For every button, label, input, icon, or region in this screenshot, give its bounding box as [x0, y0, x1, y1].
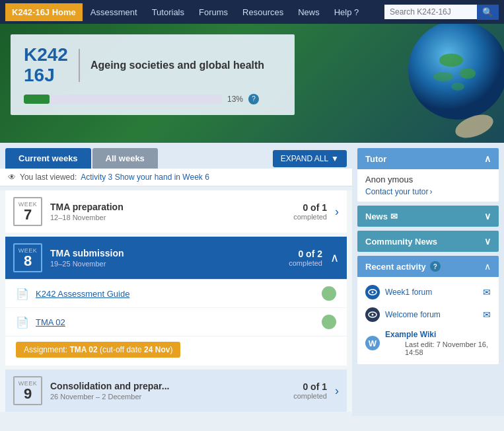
week1-forum-link[interactable]: Week1 forum — [385, 288, 478, 297]
document-icon-2: 📄 — [16, 316, 29, 329]
svg-point-0 — [408, 24, 504, 120]
course-code: K242 16J — [24, 45, 68, 86]
week-8-info: TMA submission 19–25 November — [50, 248, 289, 268]
search-button[interactable]: 🔍 — [477, 5, 499, 20]
last-viewed-prefix: You last viewed: — [20, 173, 77, 182]
week-8-header[interactable]: WEEK 8 TMA submission 19–25 November 0 o… — [5, 237, 347, 279]
week-item-7: WEEK 7 TMA preparation 12–18 November 0 … — [5, 190, 347, 233]
welcome-forum-envelope: ✉ — [483, 309, 491, 320]
recent-item-wiki: W Example Wiki Last edit: 7 November 16,… — [357, 326, 499, 360]
week-item-8: WEEK 8 TMA submission 19–25 November 0 o… — [5, 237, 347, 366]
completion-circle-1 — [322, 286, 336, 301]
svg-point-7 — [372, 292, 374, 294]
nav-resources[interactable]: Resources — [236, 3, 290, 21]
week-7-progress: 0 of 1 completed — [293, 202, 327, 221]
hero-section: K242 16J Ageing societies and global hea… — [0, 24, 504, 143]
assignment-badge: Assignment: TMA 02 (cut-off date 24 Nov) — [16, 342, 180, 358]
tutor-body: Anon ymous Contact your tutor › — [357, 169, 499, 202]
week-8-sub-items: 📄 K242 Assessment Guide 📄 TMA 02 Assignm… — [5, 279, 347, 366]
recent-help-icon[interactable]: ? — [430, 261, 441, 272]
week-9-progress: 0 of 1 completed — [293, 381, 327, 400]
week-7-dates: 12–18 November — [50, 214, 293, 221]
globe-decoration — [372, 24, 504, 143]
right-sidebar: Tutor ∧ Anon ymous Contact your tutor › … — [352, 143, 504, 416]
community-news-section: Community News ∨ — [357, 231, 499, 252]
week-8-badge: WEEK 8 — [13, 243, 42, 272]
recent-activity-label: Recent activity — [365, 262, 426, 272]
progress-row: 13% ? — [24, 94, 281, 104]
week-7-info: TMA preparation 12–18 November — [50, 202, 293, 221]
progress-fill — [24, 95, 50, 104]
week-7-title: TMA preparation — [50, 202, 293, 212]
sub-item-k242-guide: 📄 K242 Assessment Guide — [5, 280, 347, 308]
hero-divider — [79, 49, 80, 82]
welcome-forum-icon — [365, 307, 380, 322]
week-9-info: Consolidation and prepar... 26 November … — [50, 381, 293, 401]
svg-point-9 — [372, 314, 374, 316]
news-section: News ✉ ∨ — [357, 206, 499, 227]
week1-forum-icon — [365, 285, 380, 299]
weeks-list: WEEK 7 TMA preparation 12–18 November 0 … — [0, 190, 352, 412]
last-viewed-bar: 👁 You last viewed: Activity 3 Show your … — [0, 169, 352, 186]
community-news-header[interactable]: Community News ∨ — [357, 231, 499, 252]
tab-all-weeks[interactable]: All weeks — [92, 148, 158, 169]
week-9-chevron: › — [335, 384, 339, 398]
nav-tutorials[interactable]: Tutorials — [145, 3, 191, 21]
sub-item-tma02: 📄 TMA 02 — [5, 308, 347, 336]
week-8-progress: 0 of 2 completed — [289, 249, 322, 267]
wiki-link[interactable]: Example Wiki — [385, 330, 491, 339]
tab-current-weeks[interactable]: Current weeks — [5, 148, 91, 169]
expand-all-button[interactable]: EXPAND ALL ▼ — [273, 150, 347, 167]
nav-forums[interactable]: Forums — [192, 3, 234, 21]
k242-guide-link[interactable]: K242 Assessment Guide — [36, 289, 315, 299]
main-layout: Current weeks All weeks EXPAND ALL ▼ 👁 Y… — [0, 143, 504, 416]
tutor-chevron: ∧ — [484, 153, 491, 164]
welcome-forum-link[interactable]: Welcome forum — [385, 310, 478, 319]
nav-help[interactable]: Help ? — [328, 3, 366, 21]
community-news-label: Community News — [365, 237, 437, 247]
svg-point-4 — [451, 83, 464, 91]
community-news-chevron: ∨ — [484, 236, 491, 247]
nav-home[interactable]: K242-16J Home — [5, 3, 83, 21]
recent-item-welcome-forum: Welcome forum ✉ — [357, 303, 499, 326]
tutor-name: Anon ymous — [365, 175, 491, 184]
nav-bar: K242-16J Home Assessment Tutorials Forum… — [0, 0, 504, 24]
recent-activity-section: Recent activity ? ∧ Week1 forum ✉ — [357, 256, 499, 364]
contact-tutor-link[interactable]: Contact your tutor › — [365, 187, 491, 196]
wiki-icon: W — [365, 336, 380, 350]
progress-help-icon[interactable]: ? — [248, 94, 259, 104]
progress-percent: 13% — [227, 95, 243, 104]
nav-news[interactable]: News — [291, 3, 326, 21]
news-header[interactable]: News ✉ ∨ — [357, 206, 499, 227]
chevron-down-icon: ▼ — [331, 154, 339, 163]
course-title: Ageing societies and global health — [90, 59, 264, 71]
tutor-header[interactable]: Tutor ∧ — [357, 148, 499, 169]
progress-bar — [24, 95, 222, 104]
chevron-right-icon: › — [429, 187, 432, 196]
tabs-row: Current weeks All weeks EXPAND ALL ▼ — [0, 143, 352, 169]
last-viewed-link[interactable]: Activity 3 Show your hand in Week 6 — [81, 173, 209, 182]
week-7-badge: WEEK 7 — [13, 197, 42, 226]
svg-point-2 — [460, 68, 476, 79]
news-label: News ✉ — [365, 212, 398, 221]
recent-activity-chevron: ∧ — [484, 261, 491, 272]
week-8-chevron: ∧ — [330, 251, 339, 265]
week-8-title: TMA submission — [50, 248, 289, 258]
svg-point-3 — [433, 72, 453, 81]
recent-activity-header[interactable]: Recent activity ? ∧ — [357, 256, 499, 277]
recent-activity-body: Week1 forum ✉ Welcome forum ✉ W Example … — [357, 277, 499, 364]
tutor-label: Tutor — [365, 154, 386, 164]
week-7-header[interactable]: WEEK 7 TMA preparation 12–18 November 0 … — [5, 190, 347, 233]
week-item-9: WEEK 9 Consolidation and prepar... 26 No… — [5, 370, 347, 412]
envelope-icon: ✉ — [390, 212, 398, 221]
left-content: Current weeks All weeks EXPAND ALL ▼ 👁 Y… — [0, 143, 352, 416]
week-9-header[interactable]: WEEK 9 Consolidation and prepar... 26 No… — [5, 370, 347, 412]
nav-assessment[interactable]: Assessment — [84, 3, 144, 21]
search-input[interactable] — [384, 5, 477, 19]
wiki-date: Last edit: 7 November 16, 14:58 — [385, 340, 491, 356]
assignment-row: Assignment: TMA 02 (cut-off date 24 Nov) — [5, 336, 347, 366]
tutor-section: Tutor ∧ Anon ymous Contact your tutor › — [357, 148, 499, 202]
document-icon: 📄 — [16, 288, 29, 300]
search-form: 🔍 — [384, 5, 499, 20]
tma02-link[interactable]: TMA 02 — [36, 317, 315, 327]
